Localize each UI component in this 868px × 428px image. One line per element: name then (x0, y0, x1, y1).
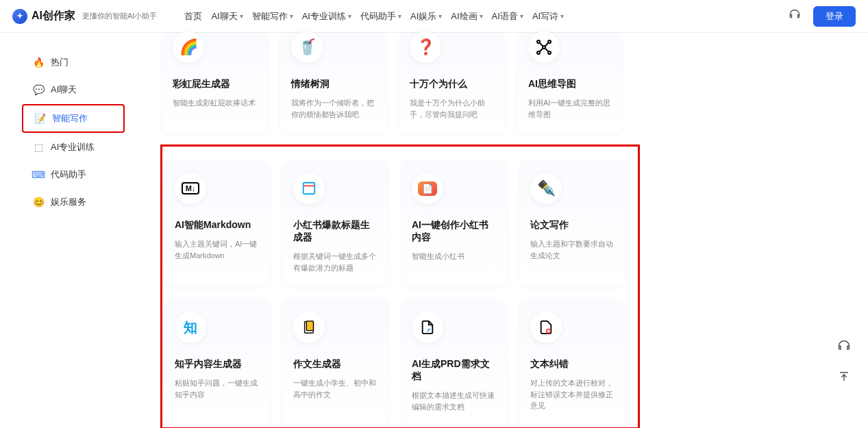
essay-icon (293, 312, 325, 343)
card-emotion[interactable]: 🥤 情绪树洞 我将作为一个倾听者，把你的烦恼都告诉我吧 (280, 33, 386, 134)
card-title: 作文生成器 (293, 358, 377, 370)
chevron-down-icon: ▾ (290, 12, 293, 20)
nav-aichat[interactable]: AI聊天▾ (211, 10, 243, 23)
zhihu-icon: 知 (175, 312, 206, 343)
sidebar-writing[interactable]: 📝智能写作 (22, 104, 125, 133)
rainbow-icon: 🌈 (173, 32, 204, 63)
cube-icon: ⬚ (33, 142, 44, 153)
card-title: 文本纠错 (530, 358, 615, 370)
grid-row: M↓ AI智能Markdown 输入主题关键词，AI一键生成Markdown 小… (164, 160, 636, 287)
top-card-row: 🌈 彩虹屁生成器 智能生成彩虹屁吹捧话术 🥤 情绪树洞 我将作为一个倾听者，把你… (162, 33, 868, 144)
fire-icon: 🔥 (33, 57, 44, 68)
card-markdown[interactable]: M↓ AI智能Markdown 输入主题关键词，AI一键生成Markdown (164, 160, 270, 287)
sidebar-hot[interactable]: 🔥热门 (22, 49, 125, 75)
doc-icon: 📝 (34, 113, 45, 124)
logo-text: AI创作家 (32, 9, 75, 23)
card-desc: 对上传的文本进行校对，标注错误文本并提供修正意见 (530, 377, 615, 412)
card-redbook-content[interactable]: 📄 AI一键创作小红书内容 智能生成小红书 (401, 160, 507, 287)
card-essay[interactable]: 作文生成器 一键生成小学生、初中和高中的作文 (282, 299, 388, 426)
float-toolbar (834, 336, 854, 387)
grid-row: 知 知乎内容生成器 粘贴知乎问题，一键生成知乎内容 作文生成器 一键生成小学生、… (164, 299, 636, 426)
headset-icon[interactable] (789, 9, 801, 24)
card-desc: 根据关键词一键生成多个有爆款潜力的标题 (293, 251, 377, 273)
chevron-down-icon: ▾ (438, 12, 442, 20)
card-desc: 粘贴知乎问题，一键生成知乎内容 (175, 377, 259, 400)
chat-icon: 💬 (33, 84, 44, 95)
svg-point-2 (548, 40, 551, 43)
card-title: 知乎内容生成器 (175, 358, 259, 370)
cup-icon: 🥤 (291, 32, 323, 63)
svg-rect-7 (306, 321, 313, 331)
card-title: 彩虹屁生成器 (173, 78, 257, 90)
card-desc: 利用AI一键生成完整的思维导图 (528, 97, 612, 120)
card-title: 小红书爆款标题生成器 (293, 219, 377, 244)
nav-voice[interactable]: AI语音▾ (492, 10, 523, 23)
body: 🔥热门 💬AI聊天 📝智能写作 ⬚AI专业训练 ⌨代码助手 😊娱乐服务 🌈 彩虹… (0, 33, 868, 428)
card-title: AI思维导图 (528, 78, 612, 90)
chevron-down-icon: ▾ (348, 12, 351, 20)
error-doc-icon (530, 312, 562, 343)
note-icon: 📄 (412, 173, 443, 204)
chevron-down-icon: ▾ (560, 12, 564, 20)
chevron-down-icon: ▾ (520, 12, 523, 20)
card-mindmap[interactable]: AI思维导图 利用AI一键生成完整的思维导图 (517, 33, 623, 134)
logo[interactable]: AI创作家 (12, 9, 75, 24)
card-desc: 输入主题关键词，AI一键生成Markdown (175, 238, 259, 261)
svg-rect-5 (303, 183, 315, 194)
card-redbook-title[interactable]: 小红书爆款标题生成器 根据关键词一键生成多个有爆款潜力的标题 (282, 160, 388, 287)
card-title: AI生成PRD需求文档 (412, 358, 496, 383)
smile-icon: 😊 (33, 197, 44, 207)
window-icon (293, 173, 325, 204)
card-desc: 我是十万个为什么小助手，尽管向我提问吧 (410, 97, 494, 120)
card-desc: 智能生成小红书 (412, 251, 496, 262)
nav-home[interactable]: 首页 (184, 10, 202, 23)
nav-writing[interactable]: 智能写作▾ (252, 10, 293, 23)
nav-poem[interactable]: AI写诗▾ (532, 10, 564, 23)
nav-code[interactable]: 代码助手▾ (360, 10, 401, 23)
card-title: AI智能Markdown (175, 219, 259, 231)
card-thesis[interactable]: ✒️ 论文写作 输入主题和字数要求自动生成论文 (519, 160, 625, 287)
question-icon: ❓ (410, 32, 441, 63)
card-desc: 根据文本描述生成可快速编辑的需求文档 (412, 390, 496, 412)
card-title: 论文写作 (530, 219, 615, 231)
card-rainbow[interactable]: 🌈 彩虹屁生成器 智能生成彩虹屁吹捧话术 (162, 33, 268, 134)
main-nav: 首页 AI聊天▾ 智能写作▾ AI专业训练▾ 代码助手▾ AI娱乐▾ AI绘画▾… (184, 10, 564, 23)
markdown-icon: M↓ (175, 173, 206, 204)
card-desc: 一键生成小学生、初中和高中的作文 (293, 377, 377, 400)
card-correction[interactable]: 文本纠错 对上传的文本进行校对，标注错误文本并提供修正意见 (519, 299, 625, 426)
card-why[interactable]: ❓ 十万个为什么 我是十万个为什么小助手，尽管向我提问吧 (399, 33, 505, 134)
card-prd[interactable]: AI生成PRD需求文档 根据文本描述生成可快速编辑的需求文档 (401, 299, 507, 426)
highlighted-grid: M↓ AI智能Markdown 输入主题关键词，AI一键生成Markdown 小… (160, 144, 640, 428)
pen-icon: ✒️ (530, 173, 562, 204)
sidebar-training[interactable]: ⬚AI专业训练 (22, 134, 125, 160)
card-desc: 我将作为一个倾听者，把你的烦恼都告诉我吧 (291, 97, 375, 120)
logo-icon (12, 9, 27, 24)
mindmap-icon (528, 32, 560, 63)
svg-point-0 (543, 46, 545, 49)
card-title: 十万个为什么 (410, 78, 494, 90)
sidebar: 🔥热门 💬AI聊天 📝智能写作 ⬚AI专业训练 ⌨代码助手 😊娱乐服务 (7, 33, 151, 428)
sidebar-entertainment[interactable]: 😊娱乐服务 (22, 189, 125, 215)
nav-entertainment[interactable]: AI娱乐▾ (410, 10, 442, 23)
support-icon[interactable] (834, 336, 854, 357)
code-icon: ⌨ (33, 169, 44, 180)
card-desc: 智能生成彩虹屁吹捧话术 (173, 97, 257, 109)
nav-training[interactable]: AI专业训练▾ (302, 10, 351, 23)
header-right: 登录 (789, 6, 856, 27)
svg-point-1 (537, 40, 540, 43)
card-zhihu[interactable]: 知 知乎内容生成器 粘贴知乎问题，一键生成知乎内容 (164, 299, 270, 426)
sidebar-aichat[interactable]: 💬AI聊天 (22, 77, 125, 103)
nav-paint[interactable]: AI绘画▾ (451, 10, 482, 23)
prd-icon (412, 312, 443, 343)
scroll-top-icon[interactable] (834, 366, 854, 387)
main-content: 🌈 彩虹屁生成器 智能生成彩虹屁吹捧话术 🥤 情绪树洞 我将作为一个倾听者，把你… (151, 33, 868, 428)
chevron-down-icon: ▾ (480, 12, 483, 20)
card-title: 情绪树洞 (291, 78, 375, 90)
svg-point-4 (548, 51, 551, 54)
card-desc: 输入主题和字数要求自动生成论文 (530, 238, 615, 261)
sidebar-code[interactable]: ⌨代码助手 (22, 162, 125, 188)
tagline: 更懂你的智能AI小助手 (82, 11, 157, 21)
login-button[interactable]: 登录 (813, 6, 856, 27)
chevron-down-icon: ▾ (240, 12, 243, 20)
card-title: AI一键创作小红书内容 (412, 219, 496, 244)
